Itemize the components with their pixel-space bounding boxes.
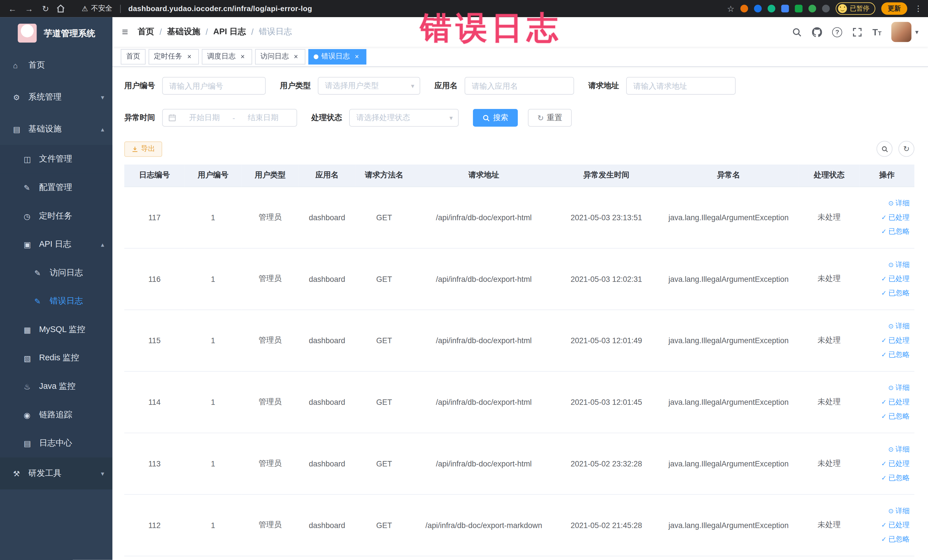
search-icon[interactable] <box>792 27 802 37</box>
close-tab-icon[interactable]: × <box>238 52 247 61</box>
sidebar-item-trace[interactable]: ◉ 链路追踪 <box>0 401 112 429</box>
sidebar-item-mysql-monitor[interactable]: ▦ MySQL 监控 <box>0 316 112 344</box>
sidebar: 芋道管理系统 ⌂ 首页 ⚙ 系统管理 ▾ ▤ 基础设施 ▴ ◫ 文件管理 ✎ <box>0 17 112 560</box>
user-avatar-menu[interactable]: ▾ <box>891 22 918 42</box>
font-size-icon[interactable]: TT <box>872 27 882 37</box>
toggle-search-button[interactable] <box>876 141 892 157</box>
detail-link[interactable]: ⊙详细 <box>888 383 910 392</box>
close-tab-icon[interactable]: × <box>185 52 194 61</box>
browser-back-icon[interactable]: ← <box>6 4 19 13</box>
processed-link[interactable]: ✓已处理 <box>881 212 910 222</box>
sidebar-item-system-mgmt[interactable]: ⚙ 系统管理 ▾ <box>0 81 112 113</box>
avatar <box>891 22 912 42</box>
browser-actions: ☆ 已暂停 更新 ⋮ <box>727 2 922 15</box>
bookmark-star-icon[interactable]: ☆ <box>727 4 734 13</box>
sidebar-item-label: Redis 监控 <box>39 352 79 363</box>
ignored-link[interactable]: ✓已忽略 <box>881 411 910 421</box>
sidebar-item-redis-monitor[interactable]: ▧ Redis 监控 <box>0 344 112 372</box>
tabs-bar: 首页 定时任务 × 调度日志 × 访问日志 × 错误日志 × <box>112 47 928 67</box>
user-type-select[interactable]: 请选择用户类型 ▾ <box>318 77 420 95</box>
user-id-label: 用户编号 <box>124 81 155 91</box>
extension-icon-2[interactable] <box>754 5 762 12</box>
sidebar-item-scheduled-tasks[interactable]: ◷ 定时任务 <box>0 202 112 230</box>
app-name-input[interactable] <box>465 77 574 95</box>
date-range-picker[interactable]: 开始日期 - 结束日期 <box>162 109 297 127</box>
ignored-link[interactable]: ✓已忽略 <box>881 534 910 544</box>
processed-link[interactable]: ✓已处理 <box>881 335 910 345</box>
ignored-link[interactable]: ✓已忽略 <box>881 288 910 298</box>
extension-icon-4[interactable] <box>781 5 789 12</box>
profile-sync-paused-chip[interactable]: 已暂停 <box>836 2 875 15</box>
active-tab-dot <box>314 54 319 59</box>
app-logo[interactable]: 芋道管理系统 <box>0 17 112 49</box>
tab-scheduled-tasks[interactable]: 定时任务 × <box>149 49 199 64</box>
sidebar-item-api-log[interactable]: ▣ API 日志 ▴ <box>0 230 112 259</box>
reset-button[interactable]: ↻ 重置 <box>528 109 572 127</box>
address-bar[interactable]: dashboard.yudao.iocoder.cn/infra/log/api… <box>128 5 312 13</box>
breadcrumb-item[interactable]: 首页 <box>137 26 154 37</box>
processed-link[interactable]: ✓已处理 <box>881 274 910 284</box>
extension-icon-5[interactable] <box>795 5 803 12</box>
refresh-table-button[interactable]: ↻ <box>898 141 914 157</box>
tab-home[interactable]: 首页 <box>121 49 145 64</box>
detail-link[interactable]: ⊙详细 <box>888 259 910 270</box>
browser-forward-icon[interactable]: → <box>23 4 36 13</box>
detail-link[interactable]: ⊙详细 <box>888 444 910 454</box>
sidebar-item-infrastructure[interactable]: ▤ 基础设施 ▴ <box>0 113 112 145</box>
sidebar-item-error-log[interactable]: ✎ 错误日志 <box>0 287 112 316</box>
close-tab-icon[interactable]: × <box>353 52 361 61</box>
sidebar-item-home[interactable]: ⌂ 首页 <box>0 49 112 81</box>
ignored-link[interactable]: ✓已忽略 <box>881 226 910 237</box>
chevron-up-icon: ▴ <box>101 241 104 248</box>
page-content: 用户编号 用户类型 请选择用户类型 ▾ 应用名 <box>112 67 928 560</box>
sidebar-item-file-mgmt[interactable]: ◫ 文件管理 <box>0 145 112 174</box>
request-url-input[interactable] <box>626 77 736 95</box>
breadcrumb-item[interactable]: API 日志 <box>213 26 246 37</box>
breadcrumb-item[interactable]: 基础设施 <box>167 26 200 37</box>
extension-icon-1[interactable] <box>740 5 748 12</box>
browser-reload-icon[interactable]: ↻ <box>39 4 52 13</box>
view-icon: ⊙ <box>888 322 894 330</box>
user-id-input[interactable] <box>162 77 266 95</box>
detail-link[interactable]: ⊙详细 <box>888 321 910 331</box>
browser-home-icon[interactable] <box>56 3 69 14</box>
ignored-link[interactable]: ✓已忽略 <box>881 349 910 359</box>
extension-icon-7[interactable] <box>822 5 830 12</box>
tab-access-log[interactable]: 访问日志 × <box>255 49 305 64</box>
close-tab-icon[interactable]: × <box>292 52 300 61</box>
search-icon <box>881 145 888 153</box>
processed-link[interactable]: ✓已处理 <box>881 397 910 407</box>
trace-icon: ◉ <box>24 410 38 420</box>
extension-icon-6[interactable] <box>809 5 816 12</box>
export-button[interactable]: 导出 <box>124 141 162 157</box>
ignored-link[interactable]: ✓已忽略 <box>881 473 910 483</box>
sidebar-item-config-mgmt[interactable]: ✎ 配置管理 <box>0 174 112 202</box>
github-icon[interactable] <box>812 27 822 37</box>
sync-paused-label: 已暂停 <box>850 4 869 13</box>
fullscreen-icon[interactable] <box>852 27 862 37</box>
check-icon: ✓ <box>881 535 887 543</box>
extension-icon-3[interactable] <box>768 5 775 12</box>
processed-link[interactable]: ✓已处理 <box>881 458 910 468</box>
security-chip[interactable]: ⚠ 不安全 <box>82 3 112 14</box>
tab-error-log[interactable]: 错误日志 × <box>308 49 366 64</box>
sidebar-item-java-monitor[interactable]: ♨ Java 监控 <box>0 372 112 401</box>
check-icon: ✓ <box>881 275 887 283</box>
browser-update-button[interactable]: 更新 <box>881 2 907 15</box>
processed-link[interactable]: ✓已处理 <box>881 520 910 530</box>
clock-icon: ◷ <box>24 212 38 221</box>
view-icon: ⊙ <box>888 384 894 391</box>
sidebar-item-access-log[interactable]: ✎ 访问日志 <box>0 259 112 287</box>
detail-link[interactable]: ⊙详细 <box>888 506 910 516</box>
document-icon: ✎ <box>34 269 49 277</box>
sidebar-item-dev-tools[interactable]: ⚒ 研发工具 ▾ <box>0 458 112 490</box>
sidebar-item-log-center[interactable]: ▤ 日志中心 <box>0 429 112 458</box>
tab-schedule-log[interactable]: 调度日志 × <box>202 49 252 64</box>
help-icon[interactable]: ? <box>832 27 842 37</box>
sidebar-item-label: 基础设施 <box>29 124 62 134</box>
process-status-select[interactable]: 请选择处理状态 ▾ <box>349 109 459 127</box>
browser-menu-icon[interactable]: ⋮ <box>914 4 922 13</box>
detail-link[interactable]: ⊙详细 <box>888 198 910 208</box>
hamburger-icon[interactable]: ≡ <box>122 26 128 38</box>
search-button[interactable]: 搜索 <box>473 109 518 127</box>
